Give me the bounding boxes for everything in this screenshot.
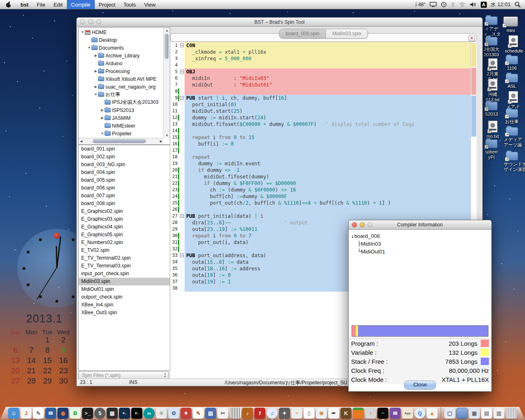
dock-icon-vlc[interactable]: ▲: [427, 408, 438, 419]
compiler-title-bar[interactable]: Compiler Information: [349, 220, 491, 230]
compiler-tree-child[interactable]: └MidiOut01: [358, 249, 385, 255]
file-list-item[interactable]: E_Graphics05.spin: [79, 231, 170, 239]
file-list-item[interactable]: board_004.spin: [79, 169, 170, 176]
code-line[interactable]: 10 port_initial(0): [170, 101, 471, 108]
file-list-item[interactable]: XBee_Out3.spin: [79, 309, 170, 317]
dock-icon-stack-web[interactable]: ▢: [444, 408, 455, 419]
code-line[interactable]: 25 port_out(ch/2, buff[ch & %1110]<<4 + …: [170, 200, 471, 206]
tree-hscroll-thumb[interactable]: [93, 139, 146, 143]
tree-item[interactable]: Desktop: [79, 36, 163, 44]
tree-item[interactable]: ▼お仕事: [79, 91, 163, 98]
tree-item[interactable]: NIMEsteer: [79, 122, 163, 130]
dock-icon-max-runtime[interactable]: ▦: [107, 408, 118, 419]
dock-icon-carrot-app[interactable]: [353, 408, 364, 419]
fold-toggle-icon[interactable]: −: [180, 43, 184, 47]
wifi-menu-icon[interactable]: [459, 2, 466, 7]
code-line[interactable]: 14: [170, 128, 471, 134]
menu-item-view[interactable]: View: [140, 0, 160, 9]
tab-midiin03[interactable]: MidiIn03.spin: [326, 29, 368, 38]
display-menu-icon[interactable]: [429, 2, 437, 7]
file-list-item[interactable]: E_TV_Terminal02.spin: [79, 254, 170, 262]
compiler-tree-root[interactable]: ↓board_008: [351, 233, 380, 239]
tree-item[interactable]: ▶JASMIM: [79, 114, 163, 122]
desktop-icon-txt[interactable]: ↗沖縄013.txt: [484, 79, 501, 103]
dock-icon-installer[interactable]: ↑: [365, 408, 376, 419]
file-list-item[interactable]: E_Graphics04.spin: [79, 223, 170, 231]
apple-menu[interactable]: [0, 1, 16, 8]
code-line[interactable]: 23 ch := (dummy & $0F0000) >> 16: [170, 187, 471, 193]
stepper-icon[interactable]: ▲▼: [162, 372, 168, 379]
dock-icon-appzapper[interactable]: App: [402, 408, 413, 419]
dock-icon-quicktime[interactable]: Q: [414, 408, 425, 419]
file-list-item[interactable]: XBee_In4.spin: [79, 301, 170, 309]
fold-toggle-icon[interactable]: −: [180, 96, 184, 100]
dock-icon-finder[interactable]: ☺: [8, 408, 19, 419]
desktop-icon-drive[interactable]: ↗mini: [502, 16, 519, 33]
dock-icon-garageband[interactable]: ♪: [242, 408, 253, 419]
minimize-window-button[interactable]: [88, 19, 93, 24]
tree-item[interactable]: IPSJ全国大会201303: [79, 98, 163, 106]
disclosure-closed-icon[interactable]: ▶: [94, 85, 98, 89]
dock-icon-midi-keyboard[interactable]: [230, 408, 241, 419]
code-line[interactable]: 9−PUB start | i, ch, dummy, buff[16]: [170, 95, 471, 101]
code-line[interactable]: 22 if (dummy & $F0FF00) == $D00000: [170, 180, 471, 187]
volume-menu-icon[interactable]: [470, 2, 477, 7]
menu-item-file[interactable]: File: [33, 0, 50, 9]
desktop-icon-folder[interactable]: ↗S2013: [483, 102, 500, 117]
code-line[interactable]: 24 buff[ch] :=dummy & $00000F: [170, 193, 471, 200]
fold-toggle-icon[interactable]: −: [180, 214, 184, 218]
dock-icon-max5[interactable]: 5: [94, 408, 105, 419]
tree-item[interactable]: Arduino: [79, 59, 163, 67]
compiler-close-dialog-button[interactable]: Close: [404, 381, 436, 389]
dock-icon-trash[interactable]: [506, 408, 517, 419]
code-line[interactable]: 17: [170, 147, 471, 154]
menu-app-name[interactable]: bst: [16, 0, 33, 9]
file-list-item[interactable]: board_006.spin: [79, 184, 170, 192]
dock-icon-firefox[interactable]: ◉: [57, 408, 68, 419]
desktop-icon-folder[interactable]: ↗1106: [504, 56, 520, 71]
dock-icon-processing[interactable]: P..: [119, 408, 130, 419]
dock-icon-ink-app[interactable]: ✒: [328, 408, 339, 419]
tab-board-008[interactable]: board_008.spin: [279, 29, 326, 38]
code-line[interactable]: 18 repeat: [170, 154, 471, 160]
desktop-icon-txt[interactable]: ↗メアド: [505, 91, 521, 110]
spotlight-icon[interactable]: [514, 1, 521, 8]
code-line[interactable]: 20 if dummy <> -1: [170, 167, 471, 173]
disclosure-open-icon[interactable]: ▼: [80, 30, 85, 34]
tree-item[interactable]: ▶Processing: [79, 67, 163, 75]
dock-icon-processing-2[interactable]: P..: [131, 408, 142, 419]
tree-item[interactable]: ▶ISPS2013: [79, 106, 163, 114]
code-line[interactable]: 21 midiOut.fifoset(dummy): [170, 173, 471, 180]
scroll-up-arrow-icon[interactable]: ▲: [165, 29, 169, 32]
disclosure-open-icon[interactable]: ▼: [94, 93, 98, 96]
scroll-left-arrow-icon[interactable]: ◀: [80, 139, 82, 143]
menu-item-edit[interactable]: Edit: [49, 0, 66, 9]
dock-icon-stack-folder[interactable]: [457, 408, 468, 419]
tree-item[interactable]: Xilisoft Xilisoft AVI MPE: [79, 75, 163, 83]
file-list-item[interactable]: board_001.spin: [79, 145, 170, 153]
bst-title-bar[interactable]: BST – Brad's Spin Tool: [77, 18, 482, 27]
dock-icon-arduino[interactable]: ∞: [144, 408, 155, 419]
fold-toggle-icon[interactable]: −: [180, 253, 184, 257]
desktop-icon-folder[interactable]: ↗ィアディ...スタ: [483, 16, 500, 37]
tree-horizontal-scrollbar[interactable]: ◀ ▶: [79, 138, 164, 144]
fold-toggle-icon[interactable]: −: [180, 70, 184, 73]
dock-icon-itunes[interactable]: ♫: [267, 408, 278, 419]
code-line[interactable]: 1−CON: [170, 42, 471, 49]
dock-icon-clip-app[interactable]: ✂: [217, 408, 228, 419]
dock-icon-bst-app[interactable]: B: [70, 408, 81, 419]
file-list-item[interactable]: board_002.spin: [79, 153, 170, 161]
tree-item[interactable]: ▼HOME: [79, 28, 163, 36]
desktop-icon-txt[interactable]: ↗schedule: [505, 35, 521, 54]
desktop-icon-folder[interactable]: ↗J全国大201303: [483, 37, 500, 57]
menu-item-project[interactable]: Project: [95, 0, 119, 9]
code-line[interactable]: 19 dummy := midiIn.event: [170, 160, 471, 167]
code-line[interactable]: 16 buff[i] := 0: [170, 141, 471, 147]
compiler-tree-child[interactable]: ├MidiIn03: [358, 241, 381, 247]
code-line[interactable]: 13 midiOut.fifoset($C00000 + dummy & $00…: [170, 121, 471, 128]
dock-icon-xcode[interactable]: ⚙: [168, 408, 179, 419]
disclosure-closed-icon[interactable]: ▶: [94, 69, 98, 73]
file-filter-dropdown[interactable]: Spin Files (*.spin) ▲▼: [78, 371, 169, 379]
dock-icon-pinwheel-app[interactable]: ✳: [156, 408, 167, 419]
disclosure-open-icon[interactable]: ▼: [100, 132, 105, 135]
